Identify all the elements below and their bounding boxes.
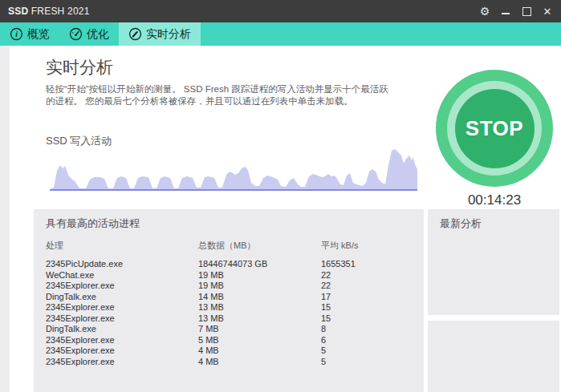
column-header-process: 处理	[46, 240, 198, 252]
content-area: 实时分析 轻按“开始”按钮以开始新的测量。 SSD Fresh 跟踪进程的写入活…	[0, 46, 561, 392]
info-circle-icon: i	[10, 27, 23, 41]
process-table-header: 处理 总数据（MB） 平均 kB/s	[34, 240, 424, 252]
write-activity-chart	[50, 147, 417, 192]
table-cell: 2345Explorer.exe	[46, 357, 198, 368]
page-description: 轻按“开始”按钮以开始新的测量。 SSD Fresh 跟踪进程的写入活动并显示十…	[46, 83, 388, 107]
tab-overview[interactable]: i 概览	[0, 22, 59, 46]
table-cell: WeChat.exe	[46, 270, 198, 281]
maximize-button[interactable]	[516, 0, 537, 22]
tab-bar: i 概览 优化 实时分析	[0, 22, 561, 46]
table-cell: 2345Explorer.exe	[46, 281, 198, 292]
table-cell: 2345Explorer.exe	[46, 313, 198, 325]
table-cell: 4 MB	[198, 357, 321, 368]
table-row: 2345Explorer.exe4 MB5	[34, 346, 424, 357]
table-cell: DingTalk.exe	[46, 324, 198, 335]
process-table-panel: 具有最高的活动进程 处理 总数据（MB） 平均 kB/s 2345PicUpda…	[34, 209, 424, 392]
tab-label: 实时分析	[146, 27, 191, 42]
elapsed-timer: 00:14:23	[436, 192, 553, 208]
description-line1: 轻按“开始”按钮以开始新的测量。 SSD Fresh 跟踪进程的写入活动并显示十…	[46, 83, 388, 95]
latest-analyses-title: 最新分析	[428, 209, 559, 231]
table-cell: 22	[321, 281, 424, 292]
table-cell: 5	[321, 357, 424, 368]
table-cell: 22	[321, 270, 424, 281]
stop-button-core: STOP	[455, 89, 535, 168]
table-cell: DingTalk.exe	[46, 292, 198, 303]
column-header-total-data: 总数据（MB）	[198, 240, 321, 252]
table-cell: 4 MB	[198, 346, 321, 357]
pencil-circle-icon	[128, 27, 142, 41]
table-cell: 17	[321, 292, 424, 303]
table-cell: 8	[321, 324, 424, 335]
window-controls: ⚙ ✕	[474, 0, 558, 22]
settings-gear-icon[interactable]: ⚙	[474, 0, 495, 22]
table-cell: 13 MB	[198, 302, 321, 313]
table-cell: 2345Explorer.exe	[46, 346, 198, 357]
table-cell: 5	[321, 346, 424, 357]
chart-area-shape	[50, 149, 417, 190]
table-row: 2345Explorer.exe19 MB22	[34, 281, 424, 292]
table-row: DingTalk.exe14 MB17	[34, 292, 424, 303]
table-cell: 2345Explorer.exe	[46, 302, 198, 313]
latest-analyses-panel[interactable]: 最新分析	[428, 209, 559, 315]
tab-optimize[interactable]: 优化	[59, 22, 119, 46]
titlebar: SSD FRESH 2021 ⚙ ✕	[0, 0, 561, 22]
table-cell: 5 MB	[198, 335, 321, 346]
table-row: 2345Explorer.exe13 MB15	[34, 302, 424, 313]
table-cell: 15	[321, 302, 424, 313]
minimize-icon	[502, 13, 510, 14]
table-row: 2345Explorer.exe4 MB5	[34, 357, 424, 368]
process-table-body: 2345PicUpdate.exe18446744073 GB1655351We…	[34, 259, 424, 367]
table-cell: 7 MB	[198, 324, 321, 335]
description-line2: 的进程。 您的最后七个分析将被保存，并且可以通过在列表中单击来加载。	[46, 95, 388, 107]
table-cell: 18446744073 GB	[198, 259, 321, 270]
tab-label: 概览	[27, 27, 50, 42]
table-row: DingTalk.exe7 MB8	[34, 324, 424, 335]
maximize-icon	[522, 7, 531, 16]
table-cell: 13 MB	[198, 313, 321, 325]
stop-button[interactable]: STOP	[436, 70, 553, 187]
tab-label: 优化	[87, 27, 109, 42]
table-row: WeChat.exe19 MB22	[34, 270, 424, 281]
table-row: 2345PicUpdate.exe18446744073 GB1655351	[34, 259, 424, 270]
process-table-title: 具有最高的活动进程	[34, 209, 424, 231]
stop-button-label: STOP	[465, 116, 523, 141]
table-cell: 1655351	[321, 259, 424, 270]
stop-button-ring: STOP	[447, 81, 542, 176]
tab-realtime-analysis[interactable]: 实时分析	[119, 22, 201, 46]
table-cell: 19 MB	[198, 270, 321, 281]
column-header-avg-kbs: 平均 kB/s	[321, 240, 424, 252]
page-title: 实时分析	[46, 56, 113, 79]
secondary-panel	[428, 321, 559, 392]
minimize-button[interactable]	[495, 0, 516, 22]
left-gutter	[0, 46, 10, 392]
table-row: 2345Explorer.exe5 MB6	[34, 335, 424, 346]
table-cell: 19 MB	[198, 281, 321, 292]
close-button[interactable]: ✕	[537, 0, 558, 22]
table-cell: 2345PicUpdate.exe	[46, 259, 198, 270]
table-cell: 2345Explorer.exe	[46, 335, 198, 346]
svg-text:i: i	[15, 30, 18, 38]
table-cell: 14 MB	[198, 292, 321, 303]
app-window: SSD FRESH 2021 ⚙ ✕ i 概览 优化 实时分析	[0, 0, 561, 392]
table-cell: 15	[321, 313, 424, 325]
table-cell: 6	[321, 335, 424, 346]
window-title: SSD FRESH 2021	[8, 6, 90, 17]
gauge-icon	[69, 27, 83, 41]
table-row: 2345Explorer.exe13 MB15	[34, 313, 424, 325]
